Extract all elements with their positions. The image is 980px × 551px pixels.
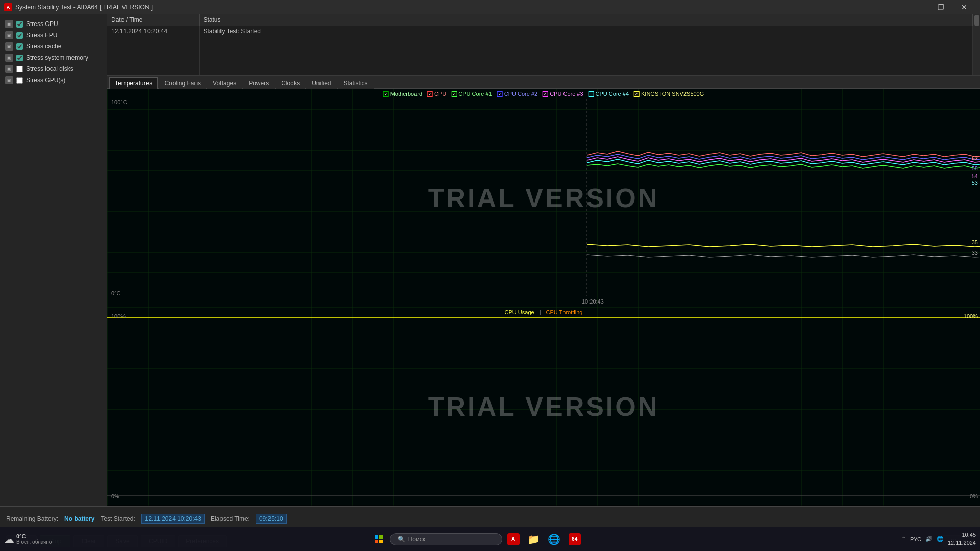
title-bar: A System Stability Test - AIDA64 [ TRIAL… <box>0 0 980 14</box>
fpu-icon: ▣ <box>5 31 13 39</box>
col-status: Status <box>199 14 973 26</box>
stress-memory-item[interactable]: ▣ Stress system memory <box>2 52 105 63</box>
stress-cpu-item[interactable]: ▣ Stress CPU <box>2 18 105 30</box>
chrome-taskbar-icon[interactable]: 🌐 <box>545 530 564 548</box>
temp-x-timestamp: 10:20:43 <box>582 298 604 305</box>
memory-icon: ▣ <box>5 54 13 62</box>
test-started-label: Test Started: <box>101 515 135 522</box>
svg-rect-7 <box>375 540 378 543</box>
legend-kingston-check[interactable] <box>634 91 640 97</box>
temp-val-54: 54 <box>972 173 978 179</box>
left-panel: ▣ Stress CPU ▣ Stress FPU ▣ Stress cache… <box>0 14 107 506</box>
taskbar-left: ☁ 0°C В осн. облачно <box>4 533 52 545</box>
aida64-taskbar-icon[interactable]: A <box>504 530 523 548</box>
log-scrollbar[interactable] <box>973 14 980 75</box>
legend-core2-check[interactable] <box>497 91 503 97</box>
charts-container: Motherboard CPU CPU Core #1 CPU Core #2 <box>107 89 980 506</box>
weather-info: 0°C В осн. облачно <box>16 533 52 545</box>
cpu-chart-svg <box>107 307 980 506</box>
tray-expand-icon[interactable]: ⌃ <box>901 536 906 542</box>
legend-core4-label: CPU Core #4 <box>596 91 629 97</box>
taskbar: ☁ 0°C В осн. облачно 🔍 Поиск A <box>0 527 980 551</box>
temp-chart-panel: Motherboard CPU CPU Core #1 CPU Core #2 <box>107 89 980 307</box>
stress-memory-label: Stress system memory <box>26 54 88 61</box>
clock-date: 12.11.2024 <box>948 539 976 547</box>
temp-chart-legend: Motherboard CPU CPU Core #1 CPU Core #2 <box>383 91 704 97</box>
tab-statistics[interactable]: Statistics <box>338 77 374 89</box>
elapsed-label: Elapsed Time: <box>211 515 250 522</box>
stress-disks-item[interactable]: ▣ Stress local disks <box>2 63 105 74</box>
tab-voltages[interactable]: Voltages <box>207 77 242 89</box>
legend-core2[interactable]: CPU Core #2 <box>497 91 537 97</box>
cpu-y-min: 0% <box>111 493 119 499</box>
log-scrollbar-thumb[interactable] <box>974 15 979 26</box>
temp-val-33: 33 <box>972 249 978 256</box>
start-menu-button[interactable] <box>370 530 388 548</box>
legend-cpu[interactable]: CPU <box>427 91 446 97</box>
tab-cooling-fans[interactable]: Cooling Fans <box>159 77 206 89</box>
tabs-bar: Temperatures Cooling Fans Voltages Power… <box>107 76 980 89</box>
stress-disks-checkbox[interactable] <box>16 66 23 72</box>
main-content: ▣ Stress CPU ▣ Stress FPU ▣ Stress cache… <box>0 14 980 506</box>
legend-core3-label: CPU Core #3 <box>550 91 583 97</box>
stress-gpu-label: Stress GPU(s) <box>26 77 65 84</box>
log-table: Date / Time Status 12.11.2024 10:20:44 S… <box>107 14 973 75</box>
temp-val-53: 53 <box>972 180 978 186</box>
stress-fpu-checkbox[interactable] <box>16 32 23 39</box>
stress-cache-item[interactable]: ▣ Stress cache <box>2 41 105 52</box>
legend-motherboard-check[interactable] <box>383 91 389 97</box>
clock-time: 10:45 <box>948 531 976 539</box>
legend-core1-check[interactable] <box>451 91 457 97</box>
cpu-icon: ▣ <box>5 20 13 28</box>
legend-motherboard-label: Motherboard <box>390 91 422 97</box>
cpu-throttling-label: CPU Throttling <box>546 309 583 315</box>
svg-rect-8 <box>379 540 383 543</box>
title-left: A System Stability Test - AIDA64 [ TRIAL… <box>4 3 153 11</box>
elapsed-value: 09:25:10 <box>256 514 287 524</box>
close-button[interactable]: ✕ <box>952 0 976 14</box>
app-icon: A <box>4 3 12 11</box>
clock-display[interactable]: 10:45 12.11.2024 <box>948 531 976 547</box>
tab-temperatures[interactable]: Temperatures <box>109 77 158 89</box>
stress-gpu-checkbox[interactable] <box>16 77 23 84</box>
cpu-y-max: 100% <box>111 313 126 319</box>
tab-unified[interactable]: Unified <box>306 77 336 89</box>
tab-clocks[interactable]: Clocks <box>276 77 305 89</box>
app64-taskbar-icon[interactable]: 64 <box>566 530 584 548</box>
legend-cpu-check[interactable] <box>427 91 433 97</box>
speaker-icon: 🔊 <box>925 536 933 542</box>
legend-core4[interactable]: CPU Core #4 <box>589 91 629 97</box>
explorer-taskbar-icon[interactable]: 📁 <box>525 530 543 548</box>
search-bar[interactable]: 🔍 Поиск <box>390 533 502 545</box>
cpu-usage-label: CPU Usage <box>505 309 534 315</box>
weather-temp: 0°C <box>16 533 52 539</box>
svg-rect-1 <box>107 89 980 307</box>
weather-widget: ☁ 0°C В осн. облачно <box>4 533 52 545</box>
stress-gpu-item[interactable]: ▣ Stress GPU(s) <box>2 74 105 86</box>
svg-rect-4 <box>107 307 980 506</box>
temp-val-62: 62 <box>972 155 978 161</box>
network-icon: 🌐 <box>937 536 944 542</box>
cpu-chart-legend: CPU Usage | CPU Throttling <box>505 309 583 315</box>
stress-cpu-checkbox[interactable] <box>16 21 23 28</box>
legend-core3-check[interactable] <box>543 91 548 97</box>
restore-button[interactable]: ❐ <box>929 0 952 14</box>
legend-kingston[interactable]: KINGSTON SNV2S500G <box>634 91 704 97</box>
stress-cache-checkbox[interactable] <box>16 43 23 50</box>
legend-core4-check[interactable] <box>589 91 594 97</box>
minimize-button[interactable]: — <box>905 0 929 14</box>
tab-powers[interactable]: Powers <box>243 77 275 89</box>
legend-motherboard[interactable]: Motherboard <box>383 91 422 97</box>
stress-memory-checkbox[interactable] <box>16 55 23 61</box>
aida64-icon: A <box>507 533 520 545</box>
col-datetime: Date / Time <box>107 14 199 26</box>
explorer-icon: 📁 <box>527 533 540 545</box>
legend-core1[interactable]: CPU Core #1 <box>451 91 492 97</box>
legend-separator: | <box>540 309 541 315</box>
chrome-icon: 🌐 <box>548 533 560 545</box>
stress-cache-label: Stress cache <box>26 43 61 50</box>
legend-core3[interactable]: CPU Core #3 <box>543 91 583 97</box>
taskbar-center: 🔍 Поиск A 📁 🌐 64 <box>52 530 901 548</box>
stress-fpu-item[interactable]: ▣ Stress FPU <box>2 30 105 41</box>
legend-cpu-label: CPU <box>434 91 446 97</box>
